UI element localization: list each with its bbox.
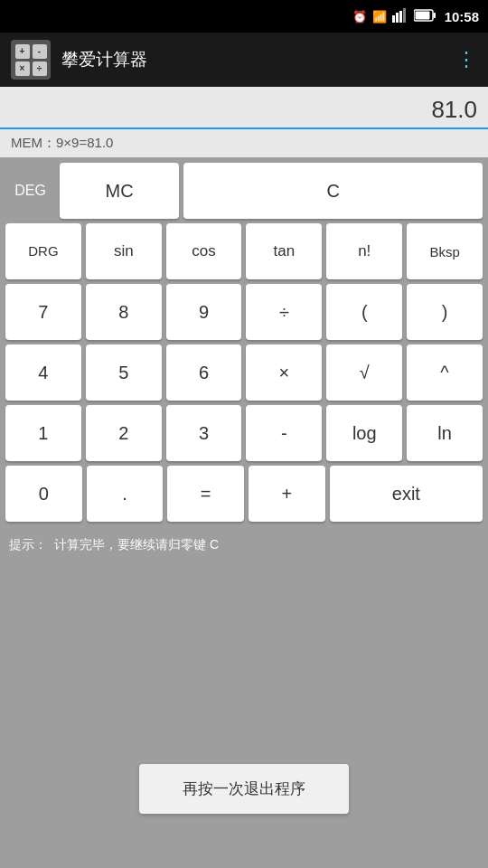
btn-equals[interactable]: = xyxy=(167,466,244,522)
exit-confirm-button[interactable]: 再按一次退出程序 xyxy=(139,764,349,814)
row-0: 0 . = + exit xyxy=(5,466,483,522)
signal-icon xyxy=(392,8,408,25)
svg-rect-6 xyxy=(415,11,429,19)
btn-ln[interactable]: ln xyxy=(407,405,483,461)
drg-button[interactable]: DRG xyxy=(5,223,81,279)
btn-power[interactable]: ^ xyxy=(407,344,483,401)
bottom-area: 再按一次退出程序 xyxy=(0,764,488,814)
deg-label: DEG xyxy=(5,183,55,199)
row-456: 4 5 6 × √ ^ xyxy=(5,344,483,401)
app-title: 攀爱计算器 xyxy=(61,48,456,71)
btn-6[interactable]: 6 xyxy=(166,344,242,401)
time-display: 10:58 xyxy=(445,9,479,24)
hint-area: 提示： 计算完毕，要继续请归零键 C xyxy=(0,532,488,559)
nfact-button[interactable]: n! xyxy=(326,223,402,279)
btn-4[interactable]: 4 xyxy=(5,344,81,401)
icon-cell-plus: + xyxy=(15,44,30,59)
status-bar: ⏰ 📶 10:58 xyxy=(0,0,488,33)
battery-icon xyxy=(414,9,436,24)
btn-minus[interactable]: - xyxy=(246,405,322,461)
btn-log[interactable]: log xyxy=(326,405,402,461)
btn-sqrt[interactable]: √ xyxy=(326,344,402,401)
btn-divide[interactable]: ÷ xyxy=(246,284,322,340)
row-789: 7 8 9 ÷ ( ) xyxy=(5,284,483,340)
title-bar: + - × ÷ 攀爱计算器 ⋮ xyxy=(0,33,488,87)
btn-5[interactable]: 5 xyxy=(86,344,162,401)
btn-plus[interactable]: + xyxy=(249,466,325,522)
svg-rect-0 xyxy=(392,15,395,23)
btn-exit[interactable]: exit xyxy=(330,466,483,522)
clock-icon: ⏰ xyxy=(352,10,367,24)
wifi-icon: 📶 xyxy=(372,10,387,24)
svg-rect-1 xyxy=(396,13,399,23)
btn-7[interactable]: 7 xyxy=(5,284,81,340)
icon-cell-div: ÷ xyxy=(33,61,47,76)
sin-button[interactable]: sin xyxy=(86,223,162,279)
memory-display: MEM：9×9=81.0 xyxy=(0,129,488,157)
btn-0[interactable]: 0 xyxy=(5,466,82,522)
buttons-area: DEG MC C DRG sin cos tan n! Bksp 7 8 9 ÷… xyxy=(0,157,488,532)
app-icon: + - × ÷ xyxy=(11,40,51,80)
display-value: 81.0 xyxy=(11,92,477,127)
func-row: DRG sin cos tan n! Bksp xyxy=(5,223,483,279)
menu-button[interactable]: ⋮ xyxy=(456,48,477,71)
icon-cell-mult: × xyxy=(15,61,30,76)
hint-label: 提示： xyxy=(9,537,47,553)
deg-row: DEG MC C xyxy=(5,163,483,219)
tan-button[interactable]: tan xyxy=(246,223,322,279)
svg-rect-2 xyxy=(399,11,402,23)
svg-rect-5 xyxy=(433,13,436,18)
backspace-button[interactable]: Bksp xyxy=(407,223,483,279)
c-button[interactable]: C xyxy=(183,163,483,219)
btn-rparen[interactable]: ) xyxy=(407,284,483,340)
calculator-area: 81.0 MEM：9×9=81.0 xyxy=(0,87,488,157)
btn-9[interactable]: 9 xyxy=(166,284,242,340)
svg-rect-3 xyxy=(403,8,406,23)
btn-2[interactable]: 2 xyxy=(86,405,162,461)
mc-button[interactable]: MC xyxy=(60,163,179,219)
hint-text: 计算完毕，要继续请归零键 C xyxy=(54,537,219,553)
btn-dot[interactable]: . xyxy=(87,466,164,522)
btn-8[interactable]: 8 xyxy=(86,284,162,340)
btn-multiply[interactable]: × xyxy=(246,344,322,401)
cos-button[interactable]: cos xyxy=(166,223,242,279)
btn-1[interactable]: 1 xyxy=(5,405,81,461)
icon-cell-minus: - xyxy=(33,44,47,59)
btn-lparen[interactable]: ( xyxy=(326,284,402,340)
display-container: 81.0 xyxy=(0,87,488,129)
btn-3[interactable]: 3 xyxy=(166,405,242,461)
row-123: 1 2 3 - log ln xyxy=(5,405,483,461)
